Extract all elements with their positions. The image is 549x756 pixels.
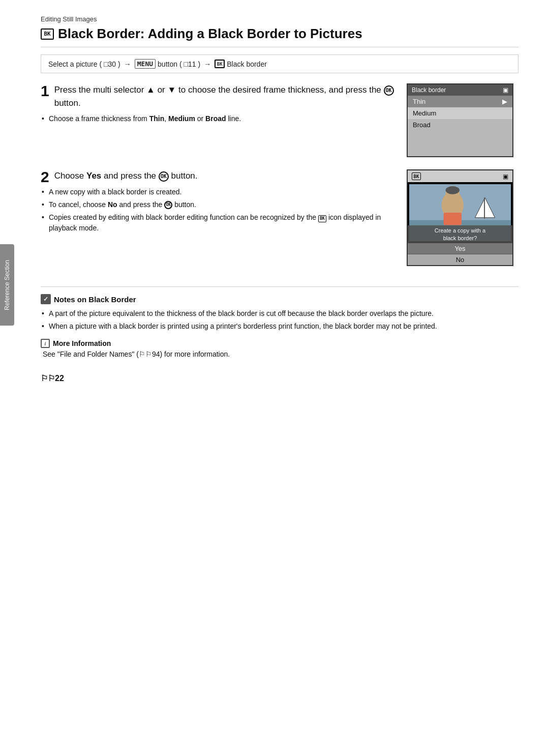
- svg-rect-7: [444, 213, 462, 225]
- step-2: 2 Choose Yes and press the OK button. A …: [41, 169, 518, 266]
- step-2-bullet-1: A new copy with a black border is create…: [41, 187, 396, 197]
- step-1-content: 1 Press the multi selector ▲ or ▼ to cho…: [41, 83, 396, 126]
- step-2-bullets: A new copy with a black border is create…: [41, 187, 396, 234]
- step-2-image: BK ▣: [407, 169, 518, 266]
- breadcrumb-ref2: □11: [184, 60, 196, 68]
- camera-screen-1: Black border ▣ Thin ▶ Medium Broad: [407, 83, 513, 157]
- notes-section: ✓ Notes on Black Border A part of the pi…: [41, 286, 518, 358]
- more-info-icon: i: [41, 339, 50, 348]
- screen-1-header: Black border ▣: [408, 84, 512, 96]
- step-1-bullet-1: Choose a frame thickness from Thin, Medi…: [41, 113, 396, 124]
- title-icon: BK: [41, 28, 54, 40]
- ok-button-icon-2: OK: [159, 171, 169, 182]
- screen-2-bk-icon: BK: [412, 172, 421, 180]
- breadcrumb-icon: BK: [215, 60, 225, 68]
- menu-button-label: MENU: [135, 59, 156, 69]
- step-1-image: Black border ▣ Thin ▶ Medium Broad: [407, 83, 518, 157]
- step-1-bullets: Choose a frame thickness from Thin, Medi…: [41, 113, 396, 124]
- ok-button-icon-1: OK: [384, 85, 394, 96]
- camera-preview: Create a copy with ablack border?: [408, 182, 512, 243]
- step-number-2: 2: [41, 169, 49, 185]
- breadcrumb-arrow2: →: [204, 60, 211, 68]
- step-2-title: 2 Choose Yes and press the OK button.: [41, 169, 396, 183]
- section-header: Editing Still Images: [41, 15, 518, 23]
- svg-point-6: [446, 186, 460, 194]
- breadcrumb-label: Black border: [227, 60, 267, 68]
- page-title: BK Black Border: Adding a Black Border t…: [41, 26, 518, 47]
- more-info-text: See "File and Folder Names" (⚐⚐94) for m…: [41, 350, 518, 358]
- screen-1-body: Thin ▶ Medium Broad: [408, 96, 512, 156]
- preview-label: Create a copy with ablack border?: [408, 225, 512, 243]
- menu-item-broad: Broad: [408, 119, 512, 131]
- bk-icon-inline: BK: [318, 215, 326, 222]
- breadcrumb-ref1: □30: [104, 60, 116, 68]
- yes-label: Yes: [408, 243, 512, 254]
- camera-screen-2: BK ▣: [407, 169, 513, 266]
- menu-item-thin: Thin ▶: [408, 96, 512, 107]
- no-label: No: [408, 254, 512, 265]
- page-footer: ⚐⚐22: [41, 373, 518, 383]
- step-2-bullet-3: Copies created by editing with black bor…: [41, 212, 396, 234]
- menu-item-medium: Medium: [408, 107, 512, 119]
- ok-button-small: OK: [164, 201, 172, 209]
- step-1: 1 Press the multi selector ▲ or ▼ to cho…: [41, 83, 518, 157]
- notes-item-2: When a picture with a black border is pr…: [41, 321, 518, 332]
- page-number: ⚐⚐22: [41, 374, 64, 383]
- step-2-bullet-2: To cancel, choose No and press the OK bu…: [41, 199, 396, 210]
- step-number-1: 1: [41, 83, 49, 99]
- step-1-title: 1 Press the multi selector ▲ or ▼ to cho…: [41, 83, 396, 109]
- notes-header: ✓ Notes on Black Border: [41, 294, 518, 304]
- notes-list: A part of the picture equivalent to the …: [41, 308, 518, 332]
- screen-2-header: BK ▣: [408, 170, 512, 182]
- steps-area: 1 Press the multi selector ▲ or ▼ to cho…: [41, 83, 518, 266]
- notes-item-1: A part of the picture equivalent to the …: [41, 308, 518, 319]
- step-2-content: 2 Choose Yes and press the OK button. A …: [41, 169, 396, 236]
- more-info-header: i More Information: [41, 339, 518, 348]
- breadcrumb: Select a picture ( □30 ) → MENU button (…: [41, 54, 518, 73]
- notes-icon: ✓: [41, 294, 51, 304]
- breadcrumb-arrow1: →: [124, 60, 131, 68]
- svg-rect-3: [484, 198, 485, 219]
